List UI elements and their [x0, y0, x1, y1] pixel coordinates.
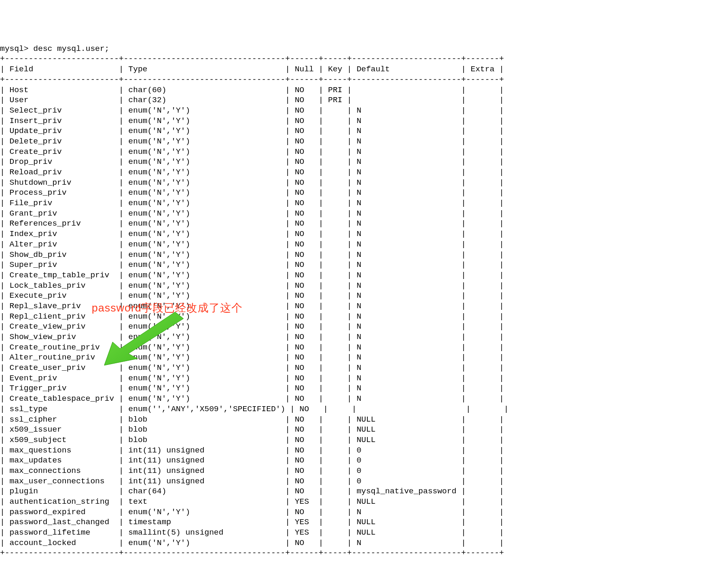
mysql-prompt: mysql>: [0, 44, 33, 53]
mysql-desc-table: +------------------------+--------------…: [0, 54, 509, 558]
mysql-terminal-output: mysql> desc mysql.user; +---------------…: [0, 44, 723, 558]
mysql-command: desc mysql.user;: [33, 44, 109, 53]
